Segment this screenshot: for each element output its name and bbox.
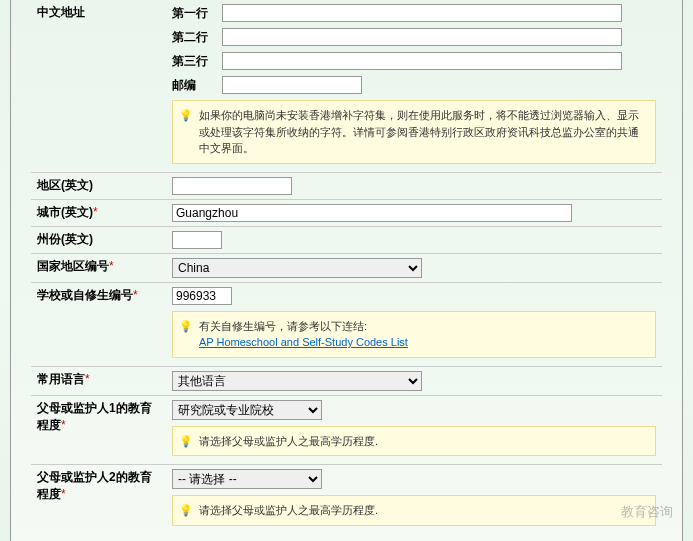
info-parent2-warn: 请选择父母或监护人之最高学历程度.	[172, 495, 656, 526]
label-state-en: 州份(英文)	[31, 227, 166, 252]
label-parent1-edu: 父母或监护人1的教育程度*	[31, 396, 166, 438]
info-homeschool: 有关自修生编号，请参考以下连结: AP Homeschool and Self-…	[172, 311, 656, 358]
select-language[interactable]: 其他语言	[172, 371, 422, 391]
select-country[interactable]: China	[172, 258, 422, 278]
bulb-icon	[179, 318, 193, 332]
input-address-line3[interactable]	[222, 52, 622, 70]
input-postal[interactable]	[222, 76, 362, 94]
label-parent2-edu: 父母或监护人2的教育程度*	[31, 465, 166, 507]
row-parent2-edu: 父母或监护人2的教育程度* -- 请选择 -- 请选择父母或监护人之最高学历程度…	[31, 465, 662, 534]
row-language: 常用语言* 其他语言	[31, 367, 662, 396]
bulb-icon	[179, 433, 193, 447]
label-country-code: 国家地区编号*	[31, 254, 166, 279]
label-city-en: 城市(英文)*	[31, 200, 166, 225]
row-state-en: 州份(英文)	[31, 227, 662, 254]
label-line3: 第三行	[172, 53, 222, 70]
input-state-en[interactable]	[172, 231, 222, 249]
bulb-icon	[179, 107, 193, 121]
input-city-en[interactable]	[172, 204, 572, 222]
input-school-code[interactable]	[172, 287, 232, 305]
label-language: 常用语言*	[31, 367, 166, 392]
select-parent2-edu[interactable]: -- 请选择 --	[172, 469, 322, 489]
label-region-en: 地区(英文)	[31, 173, 166, 198]
select-parent1-edu[interactable]: 研究院或专业院校	[172, 400, 322, 420]
input-address-line2[interactable]	[222, 28, 622, 46]
bulb-icon	[179, 502, 193, 516]
row-school-code: 学校或自修生编号* 有关自修生编号，请参考以下连结: AP Homeschool…	[31, 283, 662, 367]
label-line2: 第二行	[172, 29, 222, 46]
row-chinese-address: 中文地址 第一行 第二行 第三行 邮编 如果你的电脑尚未安装香港增补字符集，则在…	[31, 0, 662, 173]
label-chinese-address: 中文地址	[31, 0, 166, 25]
input-address-line1[interactable]	[222, 4, 622, 22]
info-hk-chars: 如果你的电脑尚未安装香港增补字符集，则在使用此服务时，将不能透过浏览器输入、显示…	[172, 100, 656, 164]
row-region-en: 地区(英文)	[31, 173, 662, 200]
info-parent1-warn: 请选择父母或监护人之最高学历程度.	[172, 426, 656, 457]
row-parent1-edu: 父母或监护人1的教育程度* 研究院或专业院校 请选择父母或监护人之最高学历程度.	[31, 396, 662, 466]
input-region-en[interactable]	[172, 177, 292, 195]
link-homeschool-codes[interactable]: AP Homeschool and Self-Study Codes List	[199, 336, 408, 348]
row-country-code: 国家地区编号* China	[31, 254, 662, 283]
label-postal: 邮编	[172, 77, 222, 94]
label-line1: 第一行	[172, 5, 222, 22]
required-mark: *	[93, 205, 98, 219]
row-city-en: 城市(英文)*	[31, 200, 662, 227]
label-school-code: 学校或自修生编号*	[31, 283, 166, 308]
